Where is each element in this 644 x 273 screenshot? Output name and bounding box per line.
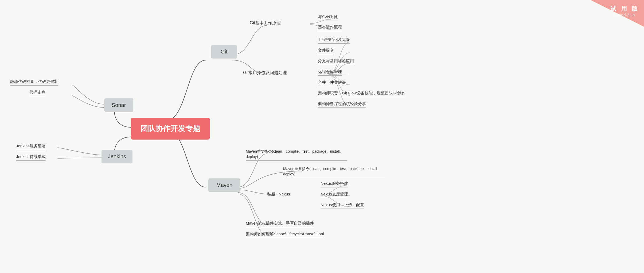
git-ops-leaf-2: 文件提交 (318, 47, 334, 54)
branch-node-git: Git (211, 45, 237, 59)
git-ops-leaf-4: 远程仓库管理 (318, 68, 342, 76)
maven-plugin: Maven流行插件实战、手写自己的插件 (246, 220, 314, 227)
branch-node-jenkins: Jenkins (102, 150, 132, 163)
nexus-leaf-2: Nexus仓库管理 (321, 191, 348, 198)
git-ops-leaf-7: 架构师曾踩过的坑经验分享 (318, 100, 366, 108)
branch-node-maven: Maven (208, 178, 240, 192)
nexus-leaf-1: Nexus服务搭建 (321, 180, 348, 187)
sonar-leaf-1: 静态代码检查，代码更健壮 (10, 78, 58, 86)
branch-node-sonar: Sonar (104, 98, 133, 112)
git-ops-leaf-1: 工程初始化及克隆 (318, 36, 350, 44)
git-ops-label: Git常用操作及问题处理 (243, 69, 287, 77)
maven-cmd-1: Maven重要指令(clean、complie、test、package、ins… (246, 148, 347, 161)
git-svn-compare: 与SVN对比 (318, 13, 338, 21)
maven-scope: 架构师如何理解Scope\Lifecycle\Phase\Goal (246, 230, 324, 238)
git-ops-leaf-3: 分支与常用标签应用 (318, 57, 354, 65)
watermark-subtitle: XMind·ZEN (610, 13, 639, 17)
maven-cmd-2: Maven重要指令(clean、complie、test、package、ins… (283, 165, 385, 178)
mindmap-container: 团队协作开发专题 Sonar 静态代码检查，代码更健壮 代码走查 Git Git… (0, 0, 644, 273)
git-basic-flow: 基本运作流程 (318, 24, 342, 31)
git-basic-label: Git基本工作原理 (250, 19, 281, 27)
watermark-text: 试 用 版 XMind·ZEN (610, 5, 639, 17)
git-ops-leaf-5: 合并与冲突解决 (318, 79, 346, 86)
central-node: 团队协作开发专题 (131, 118, 210, 140)
jenkins-leaf-1: Jenkins服务部署 (16, 143, 46, 150)
sonar-leaf-2: 代码走查 (29, 89, 45, 96)
jenkins-leaf-2: Jenkins持续集成 (16, 153, 46, 161)
nexus-leaf-3: Nexus使用、上传、配置 (321, 201, 364, 209)
git-ops-leaf-6: 架构师职责：Git Flow必备技能，规范团队Git操作 (318, 90, 406, 97)
maven-nexus-label: 私服 - Nexus (267, 191, 290, 198)
watermark-title: 试 用 版 (610, 5, 639, 13)
